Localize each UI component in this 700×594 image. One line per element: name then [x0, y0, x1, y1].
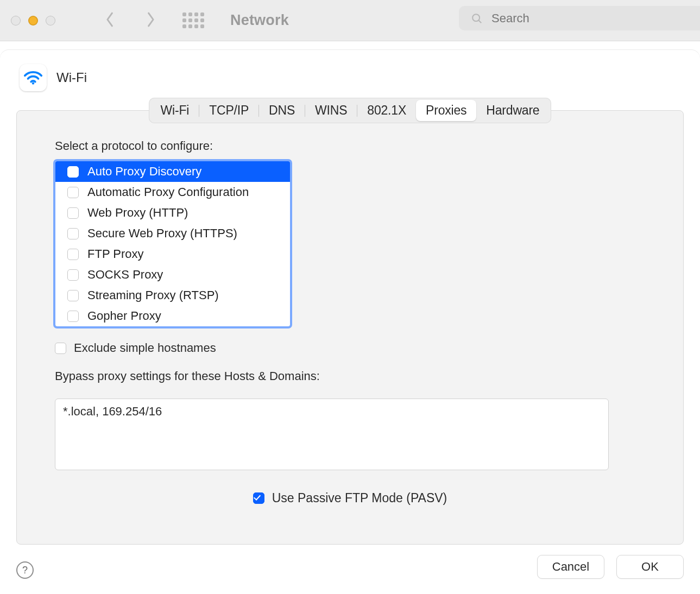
help-button[interactable]: ?: [16, 561, 34, 579]
passive-ftp-checkbox[interactable]: [253, 492, 264, 504]
window-zoom-button[interactable]: [46, 16, 55, 26]
window-title: Network: [230, 12, 289, 29]
ok-button[interactable]: OK: [616, 555, 684, 579]
protocol-row[interactable]: Automatic Proxy Configuration: [55, 182, 290, 203]
protocol-label: Web Proxy (HTTP): [87, 206, 188, 220]
bypass-label: Bypass proxy settings for these Hosts & …: [55, 369, 645, 383]
nav-back-button[interactable]: [104, 10, 116, 31]
protocol-row[interactable]: SOCKS Proxy: [55, 264, 290, 285]
window-minimize-button[interactable]: [28, 16, 38, 26]
proxies-sheet: Wi-Fi Wi-FiTCP/IPDNSWINS802.1XProxiesHar…: [0, 50, 700, 594]
sheet-title: Wi-Fi: [56, 70, 87, 85]
protocol-row[interactable]: Web Proxy (HTTP): [55, 203, 290, 223]
protocol-checkbox[interactable]: [67, 290, 79, 301]
protocol-list[interactable]: Auto Proxy DiscoveryAutomatic Proxy Conf…: [55, 161, 291, 327]
protocol-label: Gopher Proxy: [87, 309, 161, 323]
protocol-checkbox[interactable]: [67, 166, 79, 178]
passive-ftp-row[interactable]: Use Passive FTP Mode (PASV): [55, 491, 645, 505]
protocols-label: Select a protocol to configure:: [55, 139, 645, 153]
show-all-prefs-button[interactable]: [182, 12, 204, 28]
search-icon: [471, 12, 483, 24]
protocol-row[interactable]: Streaming Proxy (RTSP): [55, 285, 290, 306]
protocol-checkbox[interactable]: [67, 249, 79, 260]
nav-arrows: [104, 10, 156, 31]
window-close-button[interactable]: [11, 16, 21, 26]
protocol-label: Streaming Proxy (RTSP): [87, 288, 219, 302]
protocol-label: Automatic Proxy Configuration: [87, 185, 249, 199]
protocol-label: FTP Proxy: [87, 247, 144, 261]
proxies-panel: Select a protocol to configure: Auto Pro…: [16, 110, 684, 545]
tab-tcpip[interactable]: TCP/IP: [199, 100, 258, 121]
cancel-button[interactable]: Cancel: [537, 555, 604, 579]
protocol-row[interactable]: FTP Proxy: [55, 244, 290, 264]
exclude-simple-hostnames-row[interactable]: Exclude simple hostnames: [55, 341, 645, 355]
nav-forward-button[interactable]: [144, 10, 156, 31]
tab-8021x[interactable]: 802.1X: [357, 100, 416, 121]
sheet-header: Wi-Fi: [16, 64, 684, 91]
protocol-checkbox[interactable]: [67, 228, 79, 239]
sheet-tabbar: Wi-FiTCP/IPDNSWINS802.1XProxiesHardware: [149, 98, 552, 123]
toolbar-search[interactable]: [459, 6, 700, 30]
chevron-right-icon: [144, 10, 156, 29]
protocol-checkbox[interactable]: [67, 207, 79, 219]
sheet-footer: ? Cancel OK: [16, 555, 684, 579]
window-toolbar: Network: [0, 0, 700, 41]
bypass-hosts-textarea[interactable]: [55, 399, 609, 470]
svg-point-0: [472, 14, 480, 21]
tab-wifi[interactable]: Wi-Fi: [151, 100, 199, 121]
wifi-icon-badge: [20, 64, 47, 91]
protocol-checkbox[interactable]: [67, 311, 79, 322]
wifi-icon: [24, 70, 42, 85]
protocol-checkbox[interactable]: [67, 269, 79, 281]
tab-wins[interactable]: WINS: [305, 100, 357, 121]
search-input[interactable]: [490, 11, 642, 26]
protocol-row[interactable]: Gopher Proxy: [55, 306, 290, 326]
protocol-checkbox[interactable]: [67, 187, 79, 198]
protocol-label: Secure Web Proxy (HTTPS): [87, 226, 237, 241]
window-traffic-lights: [11, 16, 55, 26]
svg-point-2: [32, 82, 34, 84]
exclude-simple-hostnames-label: Exclude simple hostnames: [74, 341, 216, 355]
protocol-label: Auto Proxy Discovery: [87, 165, 201, 179]
passive-ftp-label: Use Passive FTP Mode (PASV): [272, 491, 447, 505]
svg-line-1: [478, 20, 481, 23]
protocol-label: SOCKS Proxy: [87, 268, 163, 282]
tab-proxies[interactable]: Proxies: [416, 100, 476, 121]
tab-hardware[interactable]: Hardware: [476, 100, 549, 121]
exclude-simple-hostnames-checkbox[interactable]: [55, 343, 66, 354]
chevron-left-icon: [104, 10, 116, 29]
protocol-row[interactable]: Auto Proxy Discovery: [55, 161, 290, 182]
protocol-row[interactable]: Secure Web Proxy (HTTPS): [55, 223, 290, 244]
tab-dns[interactable]: DNS: [259, 100, 305, 121]
